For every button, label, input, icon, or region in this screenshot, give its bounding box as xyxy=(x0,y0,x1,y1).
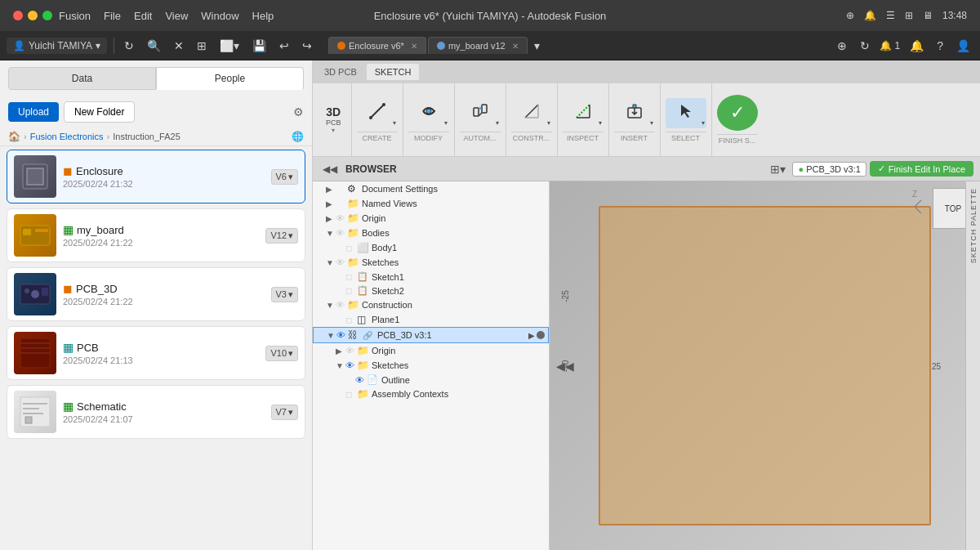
new-folder-button[interactable]: New Folder xyxy=(64,101,135,123)
user-button[interactable]: 👤 Yuichi TAMIYA ▾ xyxy=(7,38,107,54)
create-line-button[interactable]: ▾ xyxy=(357,98,398,128)
visibility-icon[interactable]: 👁 xyxy=(336,228,347,238)
tree-sketches[interactable]: ▼ 👁 📁 Sketches xyxy=(313,255,549,270)
minimize-button[interactable] xyxy=(28,11,38,20)
search-button[interactable]: 🔍 xyxy=(144,38,164,54)
profile-button[interactable]: 👤 xyxy=(953,38,973,54)
save-button[interactable]: 💾 xyxy=(249,38,270,54)
file-item-pcb3d[interactable]: ◼ PCB_3D 2025/02/24 21:22 V3▾ xyxy=(7,267,305,321)
visibility-icon[interactable]: ◻ xyxy=(345,390,357,399)
tree-pcb3d-origin[interactable]: ▶ 👁 📁 Origin xyxy=(313,343,549,358)
display-icon[interactable]: 🖥 xyxy=(923,10,933,21)
tree-pcb3d-sketches[interactable]: ▼ 👁 📁 Sketches xyxy=(313,358,549,373)
tree-plane1[interactable]: ▶ ◻ ◫ Plane1 xyxy=(313,312,549,327)
tree-sketch2[interactable]: ▶ ◻ 📋 Sketch2 xyxy=(313,284,549,297)
tree-outline[interactable]: ▶ 👁 📄 Outline xyxy=(313,373,549,387)
tree-named-views[interactable]: ▶ 📁 Named Views xyxy=(313,196,549,211)
tree-construction[interactable]: ▼ 👁 📁 Construction xyxy=(313,297,549,312)
control-center-icon[interactable]: ☰ xyxy=(886,10,895,21)
pcb3d-badge[interactable]: ● PCB_3D v3:1 xyxy=(792,162,866,177)
menu-file[interactable]: File xyxy=(104,10,121,22)
file-item-schematic[interactable]: ▦ Schematic 2025/02/24 21:07 V7▾ xyxy=(7,385,305,439)
close-button-toolbar[interactable]: ✕ xyxy=(171,38,187,54)
grid-button[interactable]: ⊞ xyxy=(194,38,210,54)
close-button[interactable] xyxy=(13,11,23,20)
tree-origin[interactable]: ▶ 👁 📁 Origin xyxy=(313,211,549,226)
expand-icon[interactable]: ▶ xyxy=(336,347,345,355)
visibility-icon[interactable]: 👁 xyxy=(355,375,367,385)
expand-icon[interactable]: ▼ xyxy=(326,229,336,238)
menu-edit[interactable]: Edit xyxy=(134,10,152,22)
visibility-icon[interactable]: 👁 xyxy=(336,300,347,310)
visibility-icon[interactable]: ◻ xyxy=(345,286,357,295)
visibility-icon[interactable]: 👁 xyxy=(345,360,357,370)
version-badge-pcb3d[interactable]: V3▾ xyxy=(271,287,298,302)
breadcrumb-fusion-electronics[interactable]: Fusion Electronics xyxy=(30,132,104,141)
notification-count[interactable]: 🔔 1 xyxy=(880,40,900,51)
visibility-icon[interactable]: 👁 xyxy=(336,257,347,267)
browser-grid-button[interactable]: ⊞▾ xyxy=(767,161,789,177)
menu-fusion[interactable]: Fusion xyxy=(59,10,91,22)
version-badge-schematic[interactable]: V7▾ xyxy=(271,405,298,420)
menu-window[interactable]: Window xyxy=(201,10,238,22)
tree-document-settings[interactable]: ▶ ⚙ Document Settings xyxy=(313,181,549,196)
tab-more-button[interactable]: ▾ xyxy=(529,38,545,54)
people-tab[interactable]: People xyxy=(156,67,304,90)
tab-3dpcb[interactable]: 3D PCB xyxy=(316,64,365,80)
siri-icon[interactable]: ⊕ xyxy=(846,10,854,21)
help-button[interactable]: ? xyxy=(933,38,947,54)
tab-close-myboard[interactable]: ✕ xyxy=(512,42,519,51)
tab-sketch[interactable]: SKETCH xyxy=(367,64,420,80)
file-item-pcb[interactable]: ▦ PCB 2025/02/24 21:13 V10▾ xyxy=(7,326,305,380)
expand-icon[interactable]: ▼ xyxy=(326,258,336,267)
expand-icon[interactable]: ▶ xyxy=(326,214,336,223)
alerts-button[interactable]: 🔔 xyxy=(906,38,927,54)
visibility-icon[interactable]: ◻ xyxy=(345,272,357,281)
tree-sketch1[interactable]: ▶ ◻ 📋 Sketch1 xyxy=(313,270,549,284)
expand-icon[interactable]: ▶ xyxy=(326,199,336,208)
tab-myboard[interactable]: my_board v12 ✕ xyxy=(428,37,528,54)
visibility-icon[interactable]: ◻ xyxy=(345,244,357,253)
expand-icon[interactable]: ▶ xyxy=(326,185,336,194)
pcb3d-options-icon[interactable] xyxy=(537,331,545,339)
version-badge-myboard[interactable]: V12▾ xyxy=(265,228,298,244)
home-icon[interactable]: 🏠 xyxy=(8,131,20,142)
panel-settings-icon[interactable]: ⚙ xyxy=(293,105,304,118)
menu-help[interactable]: Help xyxy=(252,10,274,22)
menu-extras-icon[interactable]: ⊞ xyxy=(905,10,913,21)
tree-pcb3d[interactable]: ▼ 👁 ⛓ 🔗 PCB_3D v3:1 ▶ xyxy=(313,327,549,343)
modify-button[interactable]: ▾ xyxy=(408,98,449,128)
undo-button[interactable]: ↩ xyxy=(276,38,292,54)
eye-icon[interactable]: 👁 xyxy=(336,330,348,340)
viewport[interactable]: 25 -50 -25 TOP Z ◀◀ xyxy=(550,181,980,550)
3dpcb-button[interactable]: 3D PCB ▾ xyxy=(316,83,352,156)
add-tab-button[interactable]: ⊕ xyxy=(834,38,850,54)
tab-enclosure[interactable]: Enclosure v6* ✕ xyxy=(328,37,426,54)
version-badge-enclosure[interactable]: V6▾ xyxy=(271,169,298,185)
expand-icon[interactable]: ▼ xyxy=(327,331,336,340)
maximize-button[interactable] xyxy=(42,11,52,20)
redo-button[interactable]: ↪ xyxy=(299,38,315,54)
refresh-button[interactable]: ↻ xyxy=(121,38,137,54)
data-tab[interactable]: Data xyxy=(8,67,156,90)
refresh-docs-button[interactable]: ↻ xyxy=(857,38,873,54)
upload-button[interactable]: Upload xyxy=(8,102,59,122)
notification-icon[interactable]: 🔔 xyxy=(864,10,876,21)
finish-edit-button[interactable]: ✓ Finish Edit In Place xyxy=(870,161,973,177)
tree-bodies[interactable]: ▼ 👁 📁 Bodies xyxy=(313,226,549,240)
expand-icon[interactable]: ▼ xyxy=(336,361,345,370)
pcb3d-expand-right[interactable]: ▶ xyxy=(528,331,535,340)
tree-body1[interactable]: ▶ ◻ ⬜ Body1 xyxy=(313,240,549,255)
visibility-icon[interactable]: 👁 xyxy=(336,213,347,223)
menu-view[interactable]: View xyxy=(165,10,188,22)
browser-expand-button[interactable]: ◀◀ xyxy=(556,360,574,373)
version-badge-pcb[interactable]: V10▾ xyxy=(265,346,298,361)
expand-icon[interactable]: ▼ xyxy=(326,301,336,310)
inspect-button[interactable]: ▾ xyxy=(563,98,604,128)
insert-button[interactable]: ▾ xyxy=(614,98,655,128)
tree-assembly-contexts[interactable]: ▶ ◻ 📁 Assembly Contexts xyxy=(313,387,549,401)
file-item-enclosure[interactable]: ◼ Enclosure 2025/02/24 21:32 V6▾ xyxy=(7,150,305,203)
select-button[interactable]: ▾ xyxy=(666,98,706,128)
visibility-icon[interactable]: ◻ xyxy=(345,315,357,324)
visibility-icon[interactable]: 👁 xyxy=(345,346,357,355)
